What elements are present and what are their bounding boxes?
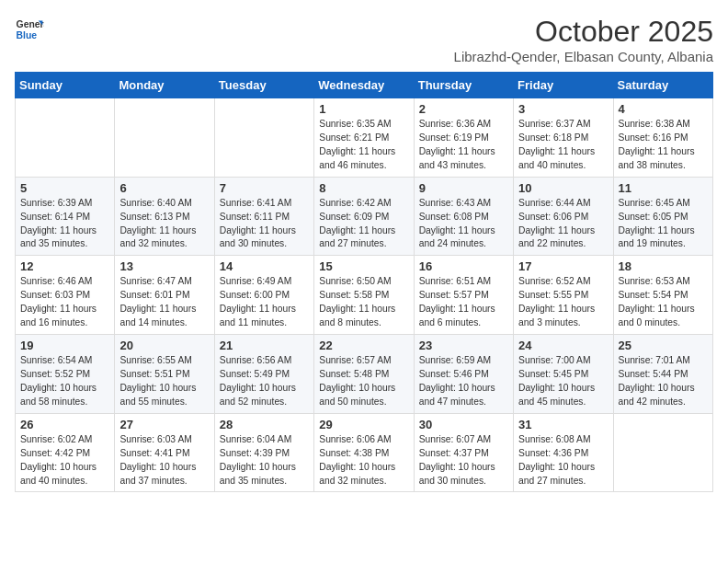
calendar-cell: 16Sunrise: 6:51 AM Sunset: 5:57 PM Dayli… — [414, 256, 513, 335]
day-number: 29 — [319, 418, 408, 431]
day-number: 1 — [319, 102, 408, 116]
day-info: Sunrise: 7:00 AM Sunset: 5:45 PM Dayligh… — [518, 354, 608, 409]
calendar-cell: 9Sunrise: 6:43 AM Sunset: 6:08 PM Daylig… — [414, 177, 513, 256]
day-info: Sunrise: 6:40 AM Sunset: 6:13 PM Dayligh… — [119, 197, 209, 252]
day-info: Sunrise: 6:50 AM Sunset: 5:58 PM Dayligh… — [319, 275, 408, 330]
calendar-cell: 14Sunrise: 6:49 AM Sunset: 6:00 PM Dayli… — [214, 256, 313, 335]
day-number: 23 — [419, 339, 508, 352]
day-number: 31 — [518, 418, 608, 431]
logo: General Blue — [15, 15, 48, 44]
day-number: 27 — [119, 418, 209, 431]
calendar-cell: 28Sunrise: 6:04 AM Sunset: 4:39 PM Dayli… — [214, 413, 313, 492]
day-number: 22 — [319, 339, 408, 352]
calendar-cell: 23Sunrise: 6:59 AM Sunset: 5:46 PM Dayli… — [414, 335, 513, 414]
calendar-cell: 5Sunrise: 6:39 AM Sunset: 6:14 PM Daylig… — [16, 177, 115, 256]
calendar-cell: 1Sunrise: 6:35 AM Sunset: 6:21 PM Daylig… — [314, 98, 414, 178]
day-number: 5 — [20, 181, 109, 195]
day-number: 11 — [619, 181, 708, 195]
calendar-table: SundayMondayTuesdayWednesdayThursdayFrid… — [15, 72, 713, 492]
day-info: Sunrise: 6:39 AM Sunset: 6:14 PM Dayligh… — [20, 197, 109, 252]
day-number: 14 — [220, 259, 309, 273]
calendar-week-0: 1Sunrise: 6:35 AM Sunset: 6:21 PM Daylig… — [16, 98, 713, 178]
day-info: Sunrise: 6:57 AM Sunset: 5:48 PM Dayligh… — [319, 354, 408, 409]
calendar-cell: 8Sunrise: 6:42 AM Sunset: 6:09 PM Daylig… — [314, 177, 414, 256]
header-sunday: Sunday — [16, 73, 115, 98]
calendar-cell: 11Sunrise: 6:45 AM Sunset: 6:05 PM Dayli… — [613, 177, 712, 256]
calendar-cell: 21Sunrise: 6:56 AM Sunset: 5:49 PM Dayli… — [214, 335, 313, 414]
calendar-cell: 13Sunrise: 6:47 AM Sunset: 6:01 PM Dayli… — [115, 256, 214, 335]
day-info: Sunrise: 6:52 AM Sunset: 5:55 PM Dayligh… — [518, 275, 608, 330]
day-info: Sunrise: 6:43 AM Sunset: 6:08 PM Dayligh… — [419, 197, 508, 252]
header-thursday: Thursday — [414, 73, 513, 98]
day-number: 19 — [20, 339, 109, 352]
day-number: 18 — [619, 259, 708, 273]
page-header: General Blue October 2025 Librazhd-Qende… — [15, 15, 713, 64]
calendar-cell: 17Sunrise: 6:52 AM Sunset: 5:55 PM Dayli… — [514, 256, 613, 335]
day-number: 10 — [518, 181, 608, 195]
day-number: 21 — [220, 339, 309, 352]
day-number: 7 — [220, 181, 309, 195]
calendar-header-row: SundayMondayTuesdayWednesdayThursdayFrid… — [16, 73, 713, 98]
day-number: 8 — [319, 181, 408, 195]
calendar-cell: 26Sunrise: 6:02 AM Sunset: 4:42 PM Dayli… — [16, 413, 115, 492]
header-friday: Friday — [514, 73, 613, 98]
day-info: Sunrise: 6:37 AM Sunset: 6:18 PM Dayligh… — [518, 118, 608, 173]
day-number: 24 — [518, 339, 608, 352]
day-number: 2 — [419, 102, 508, 116]
calendar-cell: 15Sunrise: 6:50 AM Sunset: 5:58 PM Dayli… — [314, 256, 414, 335]
calendar-week-1: 5Sunrise: 6:39 AM Sunset: 6:14 PM Daylig… — [16, 177, 713, 256]
day-info: Sunrise: 6:04 AM Sunset: 4:39 PM Dayligh… — [220, 433, 309, 488]
day-info: Sunrise: 6:47 AM Sunset: 6:01 PM Dayligh… — [119, 275, 209, 330]
day-number: 17 — [518, 259, 608, 273]
day-number: 6 — [119, 181, 209, 195]
day-info: Sunrise: 6:07 AM Sunset: 4:37 PM Dayligh… — [419, 433, 508, 488]
day-number: 12 — [20, 259, 109, 273]
day-info: Sunrise: 6:02 AM Sunset: 4:42 PM Dayligh… — [20, 433, 109, 488]
calendar-cell — [214, 98, 313, 178]
day-info: Sunrise: 6:42 AM Sunset: 6:09 PM Dayligh… — [319, 197, 408, 252]
calendar-cell: 12Sunrise: 6:46 AM Sunset: 6:03 PM Dayli… — [16, 256, 115, 335]
calendar-cell: 18Sunrise: 6:53 AM Sunset: 5:54 PM Dayli… — [613, 256, 712, 335]
day-info: Sunrise: 6:46 AM Sunset: 6:03 PM Dayligh… — [20, 275, 109, 330]
day-info: Sunrise: 6:44 AM Sunset: 6:06 PM Dayligh… — [518, 197, 608, 252]
svg-text:Blue: Blue — [17, 30, 38, 40]
calendar-cell: 19Sunrise: 6:54 AM Sunset: 5:52 PM Dayli… — [16, 335, 115, 414]
day-info: Sunrise: 6:51 AM Sunset: 5:57 PM Dayligh… — [419, 275, 508, 330]
calendar-cell: 31Sunrise: 6:08 AM Sunset: 4:36 PM Dayli… — [514, 413, 613, 492]
header-saturday: Saturday — [613, 73, 712, 98]
day-number: 16 — [419, 259, 508, 273]
day-info: Sunrise: 6:54 AM Sunset: 5:52 PM Dayligh… — [20, 354, 109, 409]
day-info: Sunrise: 6:38 AM Sunset: 6:16 PM Dayligh… — [619, 118, 708, 173]
day-number: 9 — [419, 181, 508, 195]
day-info: Sunrise: 6:56 AM Sunset: 5:49 PM Dayligh… — [220, 354, 309, 409]
day-info: Sunrise: 6:55 AM Sunset: 5:51 PM Dayligh… — [119, 354, 209, 409]
calendar-cell: 10Sunrise: 6:44 AM Sunset: 6:06 PM Dayli… — [514, 177, 613, 256]
calendar-cell: 6Sunrise: 6:40 AM Sunset: 6:13 PM Daylig… — [115, 177, 214, 256]
header-wednesday: Wednesday — [314, 73, 414, 98]
calendar-week-4: 26Sunrise: 6:02 AM Sunset: 4:42 PM Dayli… — [16, 413, 713, 492]
day-info: Sunrise: 6:36 AM Sunset: 6:19 PM Dayligh… — [419, 118, 508, 173]
calendar-cell: 20Sunrise: 6:55 AM Sunset: 5:51 PM Dayli… — [115, 335, 214, 414]
day-number: 28 — [220, 418, 309, 431]
calendar-cell: 4Sunrise: 6:38 AM Sunset: 6:16 PM Daylig… — [613, 98, 712, 178]
day-info: Sunrise: 6:59 AM Sunset: 5:46 PM Dayligh… — [419, 354, 508, 409]
calendar-cell — [115, 98, 214, 178]
location-subtitle: Librazhd-Qender, Elbasan County, Albania — [454, 49, 713, 64]
day-info: Sunrise: 6:53 AM Sunset: 5:54 PM Dayligh… — [619, 275, 708, 330]
day-info: Sunrise: 6:49 AM Sunset: 6:00 PM Dayligh… — [220, 275, 309, 330]
title-block: October 2025 Librazhd-Qender, Elbasan Co… — [454, 15, 713, 64]
calendar-cell — [613, 413, 712, 492]
calendar-cell: 24Sunrise: 7:00 AM Sunset: 5:45 PM Dayli… — [514, 335, 613, 414]
day-number: 4 — [619, 102, 708, 116]
calendar-cell — [16, 98, 115, 178]
day-info: Sunrise: 6:35 AM Sunset: 6:21 PM Dayligh… — [319, 118, 408, 173]
month-title: October 2025 — [454, 15, 713, 49]
header-tuesday: Tuesday — [214, 73, 313, 98]
day-number: 13 — [119, 259, 209, 273]
day-info: Sunrise: 6:03 AM Sunset: 4:41 PM Dayligh… — [119, 433, 209, 488]
calendar-cell: 27Sunrise: 6:03 AM Sunset: 4:41 PM Dayli… — [115, 413, 214, 492]
day-number: 25 — [619, 339, 708, 352]
day-number: 26 — [20, 418, 109, 431]
calendar-cell: 7Sunrise: 6:41 AM Sunset: 6:11 PM Daylig… — [214, 177, 313, 256]
calendar-cell: 25Sunrise: 7:01 AM Sunset: 5:44 PM Dayli… — [613, 335, 712, 414]
